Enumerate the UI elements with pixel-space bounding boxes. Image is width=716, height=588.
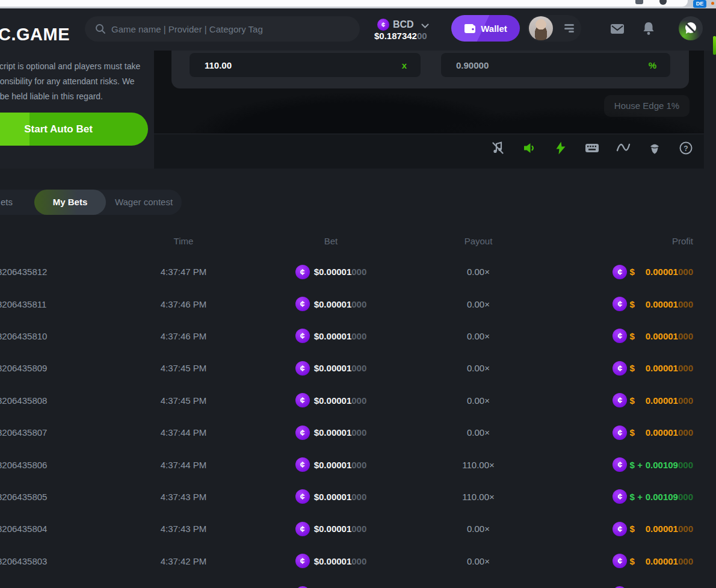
multiplier-suffix: x: [402, 60, 407, 70]
top-navbar: C.GAME ¢ BCD $0.18734200 Wallet: [0, 7, 716, 51]
bet-profit: ¢ $0.00001000: [560, 554, 693, 568]
win-chance-field[interactable]: 0.90000 %: [441, 53, 670, 77]
turbo-bolt-icon[interactable]: [554, 141, 568, 155]
bet-amount: ¢ $0.00001000: [265, 361, 397, 376]
bcd-coin-icon: ¢: [613, 265, 627, 279]
bet-payout: 0.00×: [397, 331, 560, 341]
browser-chrome-strip: DE: [0, 0, 716, 8]
browser-notification-dot: [711, 2, 714, 5]
table-row[interactable]: 8206435808 4:37:45 PM ¢ $0.00001000 0.00…: [0, 385, 716, 416]
bcd-coin-icon: ¢: [295, 489, 310, 504]
currency-code[interactable]: BCD: [393, 19, 414, 30]
bcd-coin-icon: ¢: [613, 393, 627, 407]
bet-profit: ¢ $0.00001000: [560, 522, 693, 536]
bet-id: 8206435810: [0, 331, 102, 341]
bet-time: 4:37:45 PM: [102, 363, 265, 373]
house-edge-badge: House Edge 1%: [604, 95, 690, 117]
table-row[interactable]: 8206435806 4:37:44 PM ¢ $0.00001000 110.…: [0, 448, 716, 480]
bets-tabs: ets My Bets Wager contest: [0, 190, 182, 215]
help-icon[interactable]: ?: [679, 141, 693, 155]
percent-suffix: %: [649, 60, 656, 70]
bcd-coin-icon: ¢: [613, 522, 627, 536]
bet-id: 8206435804: [0, 524, 102, 534]
avatar[interactable]: [529, 16, 553, 40]
table-row[interactable]: 8206435811 4:37:46 PM ¢ $0.00001000 0.00…: [0, 288, 716, 320]
table-row[interactable]: 8206435802 4:37:42 PM ¢ $0.00001000 0.00…: [0, 577, 716, 588]
bet-payout: 0.00×: [397, 556, 560, 566]
bcd-coin-icon: ¢: [377, 19, 389, 31]
bet-profit: ¢ $+0.00109000: [560, 489, 693, 504]
search-input[interactable]: [111, 24, 360, 34]
page: DE C.GAME ¢ BCD $0.18734200 Wallet: [0, 0, 716, 588]
bell-icon[interactable]: [643, 22, 655, 36]
fairness-seed-icon[interactable]: [647, 141, 662, 155]
tab-all-bets[interactable]: ets: [1, 190, 13, 215]
bcd-coin-icon: ¢: [613, 426, 627, 440]
disclaimer-text: script is optional and players must take…: [0, 59, 153, 104]
table-row[interactable]: 8206435803 4:37:42 PM ¢ $0.00001000 0.00…: [0, 545, 716, 577]
bcd-coin-icon: ¢: [295, 522, 310, 536]
bet-id: 8206435811: [0, 299, 102, 309]
bet-payout: 0.00×: [397, 267, 560, 277]
bcd-coin-icon: ¢: [613, 457, 627, 472]
music-off-icon[interactable]: [491, 141, 505, 155]
bcd-coin-icon: ¢: [295, 393, 310, 407]
wallet-button[interactable]: Wallet: [451, 15, 520, 42]
bet-time: 4:37:43 PM: [102, 524, 265, 534]
wallet-balance: $0.18734200: [374, 31, 427, 41]
bet-payout: 0.00×: [397, 395, 560, 406]
bcd-coin-icon: ¢: [295, 297, 310, 311]
bcd-coin-icon: ¢: [295, 554, 310, 568]
bet-payout: 0.00×: [397, 299, 560, 309]
bet-profit: ¢ $+0.00109000: [560, 457, 693, 472]
bet-profit: ¢ $0.00001000: [560, 361, 693, 376]
tab-my-bets[interactable]: My Bets: [34, 190, 106, 215]
scrollbar-thumb[interactable]: [713, 36, 716, 55]
mail-icon[interactable]: [610, 23, 625, 34]
payout-field[interactable]: 110.00 x: [190, 53, 421, 77]
bet-profit: ¢ $0.00001000: [560, 297, 693, 311]
table-row[interactable]: 8206435804 4:37:43 PM ¢ $0.00001000 0.00…: [0, 513, 716, 545]
browser-extension-badge[interactable]: DE: [693, 0, 706, 8]
bet-profit: ¢ $0.00001000: [560, 393, 693, 407]
table-row[interactable]: 8206435810 4:37:46 PM ¢ $0.00001000 0.00…: [0, 320, 716, 352]
menu-icon[interactable]: [564, 24, 574, 32]
bet-payout: 110.00×: [397, 492, 560, 502]
tab-wager-contest[interactable]: Wager contest: [112, 190, 176, 215]
my-bets-table: Time Bet Payout Profit 8206435812 4:37:4…: [0, 226, 716, 588]
table-row[interactable]: 8206435805 4:37:43 PM ¢ $0.00001000 110.…: [0, 481, 716, 513]
bet-id: 8206435808: [0, 395, 102, 406]
bcd-coin-icon: ¢: [613, 361, 627, 376]
site-logo[interactable]: C.GAME: [0, 25, 70, 45]
chat-muted-icon: [684, 21, 698, 36]
bet-time: 4:37:44 PM: [102, 427, 265, 438]
sound-on-icon[interactable]: [522, 141, 537, 155]
trends-chart-icon[interactable]: [616, 141, 631, 155]
bet-id: 8206435805: [0, 492, 102, 502]
autobet-panel: script is optional and players must take…: [0, 51, 154, 169]
payout-value[interactable]: 110.00: [205, 60, 232, 70]
profile-pill[interactable]: [527, 15, 581, 42]
bet-id: 8206435803: [0, 556, 102, 566]
wallet-icon: [464, 23, 476, 34]
bet-time: 4:37:46 PM: [102, 299, 265, 309]
game-canvas: 110.00 x 0.90000 % House Edge 1%: [154, 51, 704, 169]
bcd-coin-icon: ¢: [613, 297, 627, 311]
bet-time: 4:37:46 PM: [102, 331, 265, 341]
bet-payout: 0.00×: [397, 363, 560, 373]
bet-amount: ¢ $0.00001000: [265, 522, 397, 536]
browser-icon-fragment: [635, 0, 643, 4]
win-chance-value[interactable]: 0.90000: [456, 60, 489, 70]
table-row[interactable]: 8206435812 4:37:47 PM ¢ $0.00001000 0.00…: [0, 256, 716, 288]
search-icon: [95, 23, 106, 34]
chevron-down-icon[interactable]: [421, 23, 429, 29]
table-row[interactable]: 8206435807 4:37:44 PM ¢ $0.00001000 0.00…: [0, 416, 716, 448]
bet-profit: ¢ $0.00001000: [560, 586, 693, 588]
hotkeys-keyboard-icon[interactable]: [585, 141, 599, 155]
search-bar[interactable]: [85, 16, 360, 42]
table-row[interactable]: 8206435809 4:37:45 PM ¢ $0.00001000 0.00…: [0, 352, 716, 384]
bet-id: 8206435807: [0, 427, 102, 438]
start-auto-bet-button[interactable]: Start Auto Bet: [0, 113, 148, 146]
bet-amount: ¢ $0.00001000: [265, 457, 397, 472]
chat-support-button[interactable]: [679, 16, 703, 40]
